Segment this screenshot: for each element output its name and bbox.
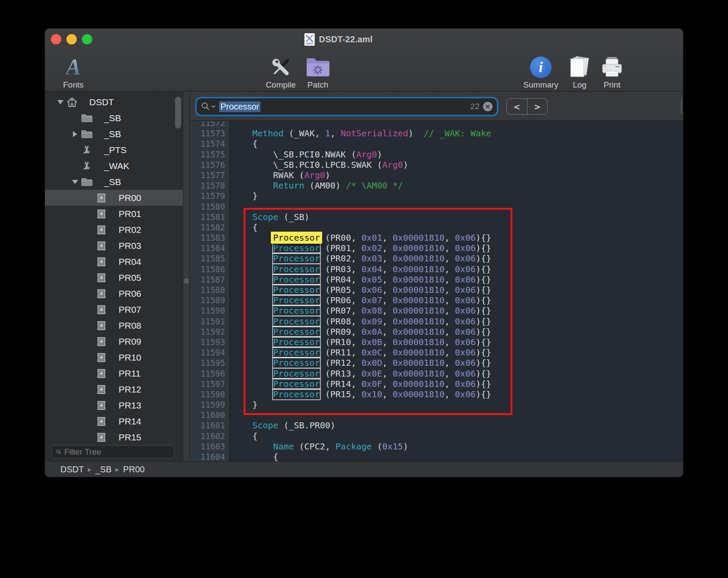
line-number: 11576 xyxy=(190,160,229,170)
tree-item-label: PR10 xyxy=(119,352,141,363)
tree-item-pr08[interactable]: PR08 xyxy=(45,317,183,333)
tree-item-pr02[interactable]: PR02 xyxy=(45,222,183,238)
tree-item-pr07[interactable]: PR07 xyxy=(45,302,183,317)
method-icon xyxy=(81,144,95,156)
line-number: 11591 xyxy=(190,316,229,327)
code-line: 11602 { xyxy=(190,431,683,441)
filter-tree-field[interactable] xyxy=(52,445,174,459)
code-text: { xyxy=(232,452,278,462)
tree-item-pr06[interactable]: PR06 xyxy=(45,286,183,302)
dsdt-tree: DSDT_SB_SB_PTS_WAK_SBPR00PR01PR02PR03PR0… xyxy=(45,94,183,443)
code-line: 11595 Processor (PR12, 0x0D, 0x00001810,… xyxy=(190,358,683,368)
match-outline: Processor xyxy=(273,368,320,379)
tree-item-pr12[interactable]: PR12 xyxy=(45,381,183,397)
line-number: 11575 xyxy=(190,149,229,160)
match-outline: Processor xyxy=(273,327,320,337)
line-number: 11590 xyxy=(190,305,229,316)
close-window-button[interactable] xyxy=(51,34,61,44)
code-text: \_SB.PCI0.NWAK (Arg0) xyxy=(232,149,382,160)
match-outline: Processor xyxy=(273,243,320,253)
line-number: 11593 xyxy=(190,337,229,347)
filter-tree-input[interactable] xyxy=(64,447,170,457)
clear-search-icon[interactable] xyxy=(483,102,493,111)
code-line: 11581 Scope (_SB) xyxy=(190,212,683,222)
cpu-icon xyxy=(96,320,110,331)
code-text: Processor (PR13, 0x0E, 0x00001810, 0x06)… xyxy=(232,368,491,379)
code-text: Name (CPC2, Package (0x15) xyxy=(232,441,408,452)
line-number: 11603 xyxy=(190,441,229,452)
code-text: Processor (PR09, 0x0A, 0x00001810, 0x06)… xyxy=(232,327,491,337)
breadcrumb-item-_sb[interactable]: _SB xyxy=(95,465,112,474)
tree-item-pr04[interactable]: PR04 xyxy=(45,254,183,270)
code-line: 11588 Processor (PR05, 0x06, 0x00001810,… xyxy=(190,285,683,295)
code-line: 11572 xyxy=(190,121,683,128)
toolbar-button-patch[interactable]: Patch xyxy=(294,55,342,90)
tree-item-pr11[interactable]: PR11 xyxy=(45,365,183,381)
tree-item-pr01[interactable]: PR01 xyxy=(45,206,183,222)
breadcrumb-separator-icon: ▸ xyxy=(88,465,91,474)
minimize-window-button[interactable] xyxy=(66,34,77,44)
code-line: 11594 Processor (PR11, 0x0C, 0x00001810,… xyxy=(190,347,683,358)
match-outline: Processor xyxy=(273,295,320,305)
code-text: Processor (PR01, 0x02, 0x00001810, 0x06)… xyxy=(232,243,491,253)
tree-item-pr15[interactable]: PR15 xyxy=(45,429,183,443)
split-handle-icon[interactable] xyxy=(184,278,189,284)
find-field[interactable]: Processor 22 xyxy=(197,98,497,115)
window-title-group: DSDT-22.aml xyxy=(304,33,373,46)
disclosure-triangle-icon[interactable] xyxy=(69,180,81,184)
line-number: 11596 xyxy=(190,368,229,379)
toolbar-button-fonts[interactable]: A Fonts xyxy=(50,55,97,90)
previous-match-button[interactable]: < xyxy=(507,99,527,114)
document-icon xyxy=(304,33,315,46)
zoom-window-button[interactable] xyxy=(82,34,92,44)
tree-item-pr09[interactable]: PR09 xyxy=(45,333,183,349)
tree-item-_pts[interactable]: _PTS xyxy=(45,142,183,158)
code-line: 11591 Processor (PR08, 0x09, 0x00001810,… xyxy=(190,316,683,327)
tree-item-dsdt[interactable]: DSDT xyxy=(45,94,183,110)
line-number: 11600 xyxy=(190,410,229,420)
cpu-icon xyxy=(96,224,110,236)
tree-item-_sb[interactable]: _SB xyxy=(45,174,183,190)
done-button[interactable]: Done xyxy=(681,98,683,115)
app-window: DSDT-22.aml A Fonts Compile xyxy=(45,28,683,477)
tree-item-pr13[interactable]: PR13 xyxy=(45,397,183,413)
split-divider[interactable] xyxy=(183,92,190,462)
code-editor[interactable]: 1157211573 Method (_WAK, 1, NotSerialize… xyxy=(190,121,683,462)
line-number: 11583 xyxy=(190,232,229,243)
tree-item-pr05[interactable]: PR05 xyxy=(45,270,183,286)
code-text: Scope (_SB) xyxy=(232,212,310,222)
search-scope-icon[interactable] xyxy=(201,102,216,111)
code-line: 11604 { xyxy=(190,452,683,462)
find-query-text[interactable]: Processor xyxy=(219,101,260,112)
tree-item-pr10[interactable]: PR10 xyxy=(45,349,183,365)
tree-item-pr14[interactable]: PR14 xyxy=(45,413,183,429)
code-text: Scope (_SB.PR00) xyxy=(232,420,336,430)
match-outline: Processor xyxy=(273,253,320,264)
tree-item-_sb[interactable]: _SB xyxy=(45,110,183,126)
disclosure-triangle-icon[interactable] xyxy=(69,131,81,137)
cpu-icon xyxy=(96,368,110,379)
code-text: Processor (PR05, 0x06, 0x00001810, 0x06)… xyxy=(232,285,491,295)
tree-item-pr00[interactable]: PR00 xyxy=(45,190,183,206)
tree-item-_wak[interactable]: _WAK xyxy=(45,158,183,174)
code-line: 11599 } xyxy=(190,399,683,410)
tree-item-label: PR03 xyxy=(119,241,141,251)
tree-scrollbar-thumb[interactable] xyxy=(175,97,181,129)
cpu-icon xyxy=(96,304,110,315)
code-line: 11598 Processor (PR15, 0x10, 0x00001810,… xyxy=(190,389,683,399)
breadcrumb-item-dsdt[interactable]: DSDT xyxy=(60,465,84,474)
breadcrumb-item-pr00[interactable]: PR00 xyxy=(123,465,144,474)
tree-item-label: PR07 xyxy=(119,305,141,315)
toolbar-button-print[interactable]: Print xyxy=(588,55,636,90)
next-match-button[interactable]: > xyxy=(527,99,548,114)
tree-item-label: _SB xyxy=(104,177,121,187)
cpu-icon xyxy=(96,416,110,427)
match-outline: Processor xyxy=(273,389,320,399)
tree-item-pr03[interactable]: PR03 xyxy=(45,238,183,254)
code-text: Processor (PR10, 0x0B, 0x00001810, 0x06)… xyxy=(232,337,491,347)
tree-item-_sb[interactable]: _SB xyxy=(45,126,183,142)
tree-item-label: PR15 xyxy=(119,432,141,443)
code-line: 11584 Processor (PR01, 0x02, 0x00001810,… xyxy=(190,243,683,253)
disclosure-triangle-icon[interactable] xyxy=(54,100,66,104)
line-number: 11604 xyxy=(190,452,229,462)
